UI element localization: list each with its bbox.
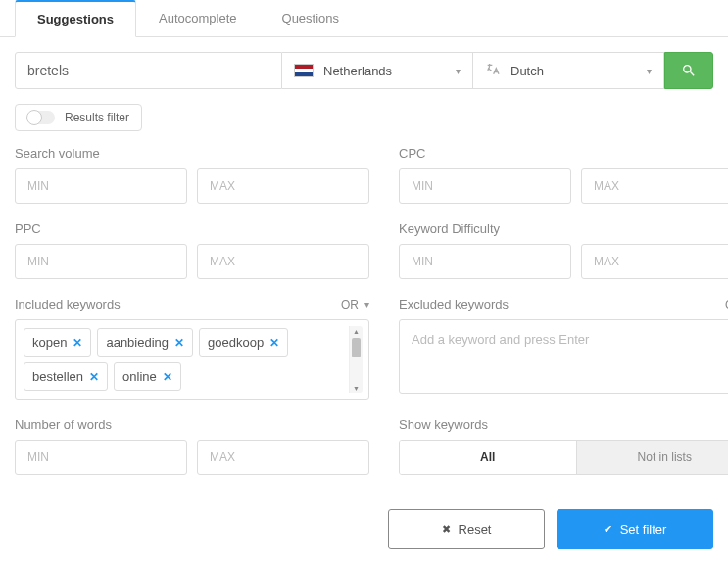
flag-netherlands-icon — [294, 64, 314, 77]
set-filter-button[interactable]: ✔ Set filter — [557, 509, 713, 549]
cpc-min-input[interactable] — [399, 168, 571, 204]
filter-cpc: CPC — [399, 146, 728, 204]
chevron-down-icon: ▾ — [647, 66, 652, 76]
tab-questions[interactable]: Questions — [260, 0, 363, 36]
search-type-tabs: Suggestions Autocomplete Questions — [0, 0, 728, 37]
filter-search-volume: Search volume — [15, 146, 369, 204]
show-keywords-all-button[interactable]: All — [400, 441, 576, 474]
remove-tag-icon[interactable]: ✕ — [73, 336, 82, 350]
chevron-down-icon: ▾ — [456, 66, 461, 76]
keyword-input[interactable] — [15, 52, 282, 89]
chevron-down-icon: ▾ — [364, 299, 369, 309]
country-label: Netherlands — [323, 64, 392, 78]
tab-suggestions[interactable]: Suggestions — [15, 0, 136, 37]
remove-tag-icon[interactable]: ✕ — [269, 336, 279, 350]
keyword-tag: kopen✕ — [24, 328, 91, 357]
search-volume-min-input[interactable] — [15, 168, 187, 204]
filter-excluded-keywords: Excluded keywords OR ▾ Add a keyword and… — [399, 297, 728, 400]
filter-label: CPC — [399, 146, 728, 161]
included-keywords-box[interactable]: kopen✕ aanbieding✕ goedkoop✕ bestellen✕ … — [15, 319, 369, 400]
ppc-min-input[interactable] — [15, 244, 187, 279]
included-mode-label: OR — [341, 298, 359, 311]
keyword-tag: online✕ — [114, 362, 181, 391]
keyword-tag: aanbieding✕ — [97, 328, 193, 357]
filter-actions: ✖ Reset ✔ Set filter — [0, 495, 728, 564]
language-label: Dutch — [510, 64, 544, 78]
remove-tag-icon[interactable]: ✕ — [89, 370, 99, 384]
language-icon — [485, 62, 501, 80]
search-row: Netherlands ▾ Dutch ▾ — [0, 37, 728, 104]
filter-label: Search volume — [15, 146, 369, 161]
filter-label: Show keywords — [399, 417, 728, 432]
kd-min-input[interactable] — [399, 244, 571, 279]
results-filter-label: Results filter — [65, 111, 129, 124]
keyword-tag: goedkoop✕ — [199, 328, 288, 357]
tab-autocomplete[interactable]: Autocomplete — [136, 0, 260, 36]
show-keywords-toggle: All Not in lists — [399, 440, 728, 475]
included-mode-select[interactable]: OR ▾ — [341, 298, 369, 311]
filter-label: Included keywords — [15, 297, 121, 311]
reset-button[interactable]: ✖ Reset — [388, 509, 545, 549]
search-button[interactable] — [664, 52, 713, 89]
search-icon — [681, 63, 697, 78]
filter-label: Number of words — [15, 417, 369, 432]
language-select[interactable]: Dutch ▾ — [473, 52, 664, 89]
filter-label: Keyword Difficulty — [399, 221, 728, 236]
filter-number-of-words: Number of words — [15, 417, 369, 475]
check-icon: ✔ — [604, 523, 612, 536]
excluded-placeholder: Add a keyword and press Enter — [406, 326, 595, 387]
filter-keyword-difficulty: Keyword Difficulty — [399, 221, 728, 279]
filter-ppc: PPC — [15, 221, 369, 279]
search-volume-max-input[interactable] — [197, 168, 369, 204]
filter-label: PPC — [15, 221, 369, 236]
close-icon: ✖ — [442, 523, 451, 536]
keyword-tag: bestellen✕ — [24, 362, 108, 391]
excluded-keywords-box[interactable]: Add a keyword and press Enter — [399, 319, 728, 394]
scrollbar[interactable]: ▲ ▼ — [349, 326, 363, 393]
show-keywords-not-in-lists-button[interactable]: Not in lists — [576, 441, 729, 474]
num-words-max-input[interactable] — [197, 440, 369, 475]
kd-max-input[interactable] — [581, 244, 728, 279]
ppc-max-input[interactable] — [197, 244, 369, 279]
filter-show-keywords: Show keywords All Not in lists — [399, 417, 728, 475]
remove-tag-icon[interactable]: ✕ — [163, 370, 172, 384]
scroll-thumb[interactable] — [352, 338, 361, 357]
cpc-max-input[interactable] — [581, 168, 728, 204]
filter-included-keywords: Included keywords OR ▾ kopen✕ aanbieding… — [15, 297, 369, 400]
num-words-min-input[interactable] — [15, 440, 187, 475]
scroll-down-icon[interactable]: ▼ — [350, 383, 363, 393]
filter-grid: Search volume CPC PPC Keyword Difficulty — [0, 146, 728, 495]
results-filter-toggle[interactable] — [27, 111, 55, 124]
results-filter-pill: Results filter — [15, 104, 142, 131]
scroll-up-icon[interactable]: ▲ — [350, 326, 363, 336]
country-select[interactable]: Netherlands ▾ — [282, 52, 473, 89]
remove-tag-icon[interactable]: ✕ — [174, 336, 184, 350]
filter-label: Excluded keywords — [399, 297, 509, 311]
